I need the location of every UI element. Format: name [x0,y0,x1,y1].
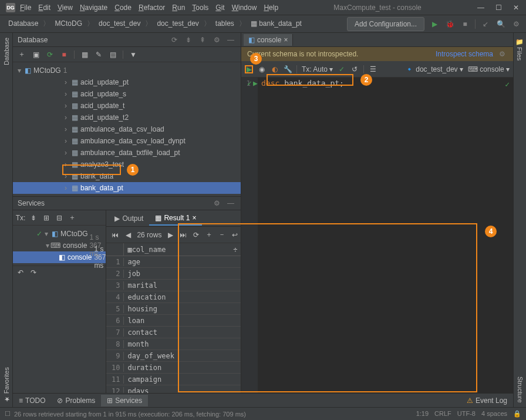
table-ambulance_data_csv_load[interactable]: ›▦ambulance_data_csv_load [13,123,241,135]
title-bar: DG FileEditViewNavigateCodeRefactorRunTo… [0,0,526,15]
menu-navigate[interactable]: Navigate [80,4,107,12]
event-log-tab[interactable]: ⚠ Event Log [461,395,513,406]
gutter-run-icon[interactable]: ✓ [247,79,252,88]
database-tree[interactable]: ▾ ◧ MCtoDG 1 ›▦acid_update_pt›▦acid_upda… [13,62,241,196]
add-row-icon[interactable]: ＋ [205,231,213,239]
database-tool-tab[interactable]: Database [3,38,10,65]
table-bank_data_pt[interactable]: ›▦bank_data_pt [13,182,241,194]
crumb-5[interactable]: ▦ bank_data_pt [247,18,305,29]
crumb-3[interactable]: doc_test_dev [153,18,202,29]
console-tab[interactable]: ◧ console × [244,34,293,46]
debug-icon[interactable]: 🐞 [444,19,455,29]
page-prev-icon[interactable]: ◀ [124,231,132,239]
output-tab[interactable]: ▶ Output [109,212,149,225]
ddl-icon[interactable]: ▤ [109,51,117,59]
table-acid_update_pt[interactable]: ›▦acid_update_pt [13,76,241,88]
menu-tools[interactable]: Tools [192,4,208,12]
encoding[interactable]: UTF-8 [457,410,476,418]
gear-icon[interactable]: ⚙ [211,35,222,45]
line-separator[interactable]: CRLF [434,410,451,418]
problems-tab[interactable]: ⊘ Problems [51,395,101,406]
gear-icon[interactable]: ⚙ [497,49,507,59]
browse-icon[interactable]: ☰ [369,65,377,73]
page-next-icon[interactable]: ▶ [166,231,174,239]
menu-code[interactable]: Code [114,4,132,12]
crumb-0[interactable]: Database [5,18,42,29]
expand-icon[interactable]: ⇟ [29,214,38,222]
add-configuration-button[interactable]: Add Configuration... [347,17,424,31]
layout-icon[interactable]: ⊞ [42,214,50,222]
callout-1: 1 [127,164,139,176]
status-bar: ☐ 26 rows retrieved starting from 1 in 9… [0,407,526,420]
menu-refactor[interactable]: Refactor [139,4,165,12]
duplicate-icon[interactable]: ▣ [32,51,40,59]
filter-icon[interactable]: ⇟ [183,35,194,45]
context-db-dropdown[interactable]: 🔹 doc_test_dev ▾ [405,65,463,73]
add-service-icon[interactable]: ＋ [68,214,76,222]
crumb-4[interactable]: tables [212,18,238,29]
explain-icon[interactable]: ◐ [271,65,279,73]
new-icon[interactable]: ＋ [18,51,26,59]
settings-ide-icon[interactable]: ⚙ [511,19,521,29]
result-tab[interactable]: ▦ Result 1 × [149,211,202,226]
edit-icon[interactable]: ✎ [95,51,103,59]
refresh-icon[interactable]: ⟳ [46,51,54,59]
menu-window[interactable]: Window [232,4,257,12]
indent[interactable]: 4 spaces [481,410,507,418]
maximize-button[interactable]: ☐ [494,4,503,12]
menu-edit[interactable]: Edit [38,4,50,12]
right-tool-rail: 📁 Files Structure [513,33,526,420]
table-acid_update_t[interactable]: ›▦acid_update_t [13,100,241,112]
commit-tx-icon[interactable]: ✓ [338,65,346,73]
sql-editor[interactable]: 1 ✓ ▶ desc bank_data_pt; ✓ [241,78,513,420]
service-console-node[interactable]: ▾ ⌨ console 1 s 367 ms [13,240,106,251]
page-first-icon[interactable]: ⏮ [111,231,119,239]
tree-icon[interactable]: ⊟ [55,214,63,222]
menu-view[interactable]: View [58,4,73,12]
reload-grid-icon[interactable]: ⟳ [192,231,200,239]
wrench-icon[interactable]: 🔧 [284,65,292,73]
minimize-button[interactable]: ― [477,4,485,12]
next-icon[interactable]: ↷ [29,268,38,277]
files-tool-tab[interactable]: 📁 Files [516,38,524,61]
table-ambulance_data_txtfile_load_pt[interactable]: ›▦ambulance_data_txtfile_load_pt [13,147,241,159]
hide-icon[interactable]: ― [225,35,236,45]
menu-file[interactable]: File [20,4,31,12]
table-ambulance_data_csv_load_dynpt[interactable]: ›▦ambulance_data_csv_load_dynpt [13,135,241,147]
close-button[interactable]: ✕ [512,4,520,12]
table-view-icon[interactable]: ▦ [80,51,89,59]
table-acid_update_t2[interactable]: ›▦acid_update_t2 [13,112,241,123]
filter-table-icon[interactable]: ▼ [129,51,137,59]
revert-icon[interactable]: ↩ [231,231,239,239]
services-tab[interactable]: ⊞ Services [101,395,148,406]
run-icon[interactable]: ▶ [429,19,440,29]
sync-icon[interactable]: ⟳ [169,35,180,45]
favorites-tool-tab[interactable]: ★ Favorites [2,367,10,403]
search-icon[interactable]: 🔍 [495,19,506,29]
crumb-2[interactable]: doc_test_dev [95,18,144,29]
structure-tool-tab[interactable]: Structure [517,377,524,403]
prev-icon[interactable]: ↶ [16,268,25,277]
git-update-icon[interactable]: ↙ [480,19,491,29]
menu-run[interactable]: Run [172,4,185,12]
menu-help[interactable]: Help [264,4,278,12]
execute-icon[interactable]: ▶ [245,65,253,73]
collapse-icon[interactable]: ⇞ [197,35,208,45]
page-last-icon[interactable]: ⏭ [179,231,187,239]
stop-db-icon[interactable]: ■ [60,51,68,59]
hide-icon[interactable]: ― [225,198,236,209]
menu-git[interactable]: Git [215,4,224,12]
delete-row-icon[interactable]: － [218,231,226,239]
lock-icon[interactable]: 🔒 [513,410,521,418]
todo-tab[interactable]: ≡ TODO [13,395,51,406]
stop-icon[interactable]: ■ [460,19,470,29]
crumb-1[interactable]: MCtoDG [51,18,86,29]
introspect-link[interactable]: Introspect schema [436,50,493,58]
attach-icon[interactable]: ◉ [258,65,266,73]
rollback-tx-icon[interactable]: ↺ [350,65,359,73]
table-acid_update_s[interactable]: ›▦acid_update_s [13,88,241,100]
datasource-node[interactable]: ▾ ◧ MCtoDG 1 [13,65,241,76]
context-console-dropdown[interactable]: ⌨ console ▾ [468,65,510,73]
tx-auto-dropdown[interactable]: Tx: Auto ▾ [302,65,333,73]
gear-icon[interactable]: ⚙ [211,198,222,209]
